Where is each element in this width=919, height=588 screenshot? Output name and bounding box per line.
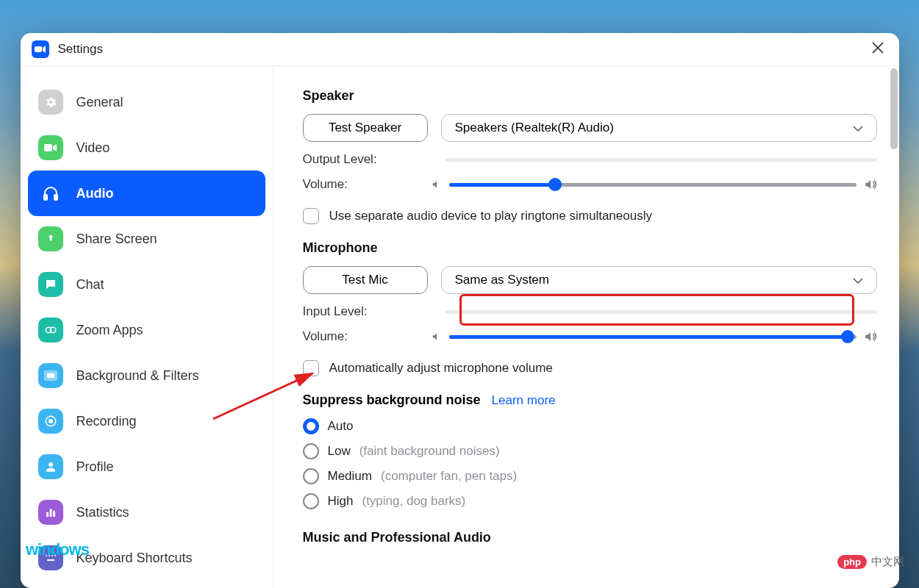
output-level-label: Output Level: xyxy=(303,152,432,167)
sidebar-item-label: Statistics xyxy=(76,505,129,520)
separate-audio-checkbox[interactable] xyxy=(303,208,319,224)
radio-hint: (computer fan, pen taps) xyxy=(381,469,517,484)
checkbox-label: Use separate audio device to play ringto… xyxy=(329,209,652,223)
video-icon xyxy=(38,135,63,160)
sidebar-item-label: Video xyxy=(76,140,110,156)
learn-more-link[interactable]: Learn more xyxy=(492,393,556,407)
sidebar-item-background-filters[interactable]: Background & Filters xyxy=(28,353,265,398)
svg-rect-12 xyxy=(49,509,51,517)
volume-high-icon xyxy=(864,330,877,343)
svg-rect-0 xyxy=(35,46,42,52)
output-level-meter xyxy=(445,158,877,162)
settings-window: Settings General Video Audio Share Scree… xyxy=(21,33,899,588)
profile-icon xyxy=(38,454,63,479)
svg-rect-3 xyxy=(54,195,57,200)
share-icon xyxy=(38,226,63,251)
svg-point-9 xyxy=(49,419,53,423)
checkbox-label: Automatically adjust microphone volume xyxy=(329,361,553,376)
input-level-meter xyxy=(445,310,877,314)
speaker-volume-label: Volume: xyxy=(303,177,432,192)
sidebar-item-label: Profile xyxy=(76,459,114,475)
dropdown-value: Same as System xyxy=(455,273,550,287)
sidebar-item-video[interactable]: Video xyxy=(28,125,265,171)
chevron-down-icon xyxy=(853,121,863,135)
watermark-php: php 中文网 xyxy=(837,555,904,569)
headphones-icon xyxy=(38,181,63,206)
svg-rect-11 xyxy=(46,512,49,517)
svg-rect-7 xyxy=(47,373,54,378)
sidebar-item-general[interactable]: General xyxy=(28,79,265,125)
sidebar-item-audio[interactable]: Audio xyxy=(28,171,265,216)
sidebar-item-label: Recording xyxy=(76,414,137,429)
sidebar-item-chat[interactable]: Chat xyxy=(28,262,265,307)
chevron-down-icon xyxy=(853,273,863,287)
volume-low-icon xyxy=(432,331,442,342)
sidebar-item-accessibility[interactable]: Accessibility xyxy=(28,581,265,588)
gear-icon xyxy=(38,90,63,115)
zoom-icon xyxy=(32,40,49,58)
radio-hint: (typing, dog barks) xyxy=(362,494,465,509)
close-button[interactable] xyxy=(871,41,884,57)
test-mic-button[interactable]: Test Mic xyxy=(303,266,428,294)
speaker-device-dropdown[interactable]: Speakers (Realtek(R) Audio) xyxy=(441,114,877,142)
radio-hint: (faint background noises) xyxy=(360,444,500,459)
sidebar-item-recording[interactable]: Recording xyxy=(28,398,265,444)
test-speaker-button[interactable]: Test Speaker xyxy=(303,114,428,142)
sidebar-item-share-screen[interactable]: Share Screen xyxy=(28,216,265,262)
speaker-heading: Speaker xyxy=(303,88,877,104)
sidebar-item-label: Keyboard Shortcuts xyxy=(76,551,193,566)
chat-icon xyxy=(38,272,63,297)
sidebar-item-label: Share Screen xyxy=(76,232,157,247)
sidebar-item-label: General xyxy=(76,95,124,110)
watermark-windows: windows xyxy=(26,540,89,559)
sidebar-item-zoom-apps[interactable]: Zoom Apps xyxy=(28,307,265,353)
content-audio: Speaker Test Speaker Speakers (Realtek(R… xyxy=(273,66,899,588)
sidebar-item-label: Zoom Apps xyxy=(76,323,143,338)
sidebar-item-label: Background & Filters xyxy=(76,368,199,384)
radio-label: Medium xyxy=(328,469,372,484)
music-heading: Music and Professional Audio xyxy=(303,530,877,545)
svg-rect-2 xyxy=(44,195,47,200)
mic-volume-slider[interactable] xyxy=(449,335,857,339)
radio-label: Low xyxy=(328,444,351,459)
mic-device-dropdown[interactable]: Same as System xyxy=(441,266,877,294)
apps-icon xyxy=(38,318,63,343)
radio-label: High xyxy=(328,494,354,509)
noise-radio-auto[interactable] xyxy=(303,418,319,434)
input-level-label: Input Level: xyxy=(303,304,432,319)
sidebar-item-label: Chat xyxy=(76,277,104,293)
auto-adjust-mic-checkbox[interactable] xyxy=(303,360,319,376)
noise-radio-low[interactable] xyxy=(303,443,319,459)
dropdown-value: Speakers (Realtek(R) Audio) xyxy=(455,121,614,135)
window-title: Settings xyxy=(58,42,103,57)
noise-radio-medium[interactable] xyxy=(303,468,319,484)
svg-rect-13 xyxy=(53,511,55,517)
background-icon xyxy=(38,363,63,388)
suppress-heading: Suppress background noise Learn more xyxy=(303,392,877,408)
svg-point-10 xyxy=(49,462,53,467)
noise-radio-high[interactable] xyxy=(303,493,319,509)
volume-low-icon xyxy=(432,179,442,190)
scrollbar[interactable] xyxy=(890,66,899,588)
record-icon xyxy=(38,409,63,434)
speaker-volume-slider[interactable] xyxy=(449,183,857,187)
sidebar-item-label: Audio xyxy=(76,186,114,201)
stats-icon xyxy=(38,500,63,525)
sidebar-item-profile[interactable]: Profile xyxy=(28,444,265,490)
mic-volume-label: Volume: xyxy=(303,329,432,344)
microphone-heading: Microphone xyxy=(303,240,877,256)
sidebar: General Video Audio Share Screen Chat Zo… xyxy=(21,66,273,588)
titlebar: Settings xyxy=(21,33,899,66)
volume-high-icon xyxy=(864,178,877,191)
radio-label: Auto xyxy=(328,419,354,434)
svg-rect-1 xyxy=(44,144,52,151)
svg-rect-19 xyxy=(47,559,54,561)
sidebar-item-statistics[interactable]: Statistics xyxy=(28,490,265,535)
